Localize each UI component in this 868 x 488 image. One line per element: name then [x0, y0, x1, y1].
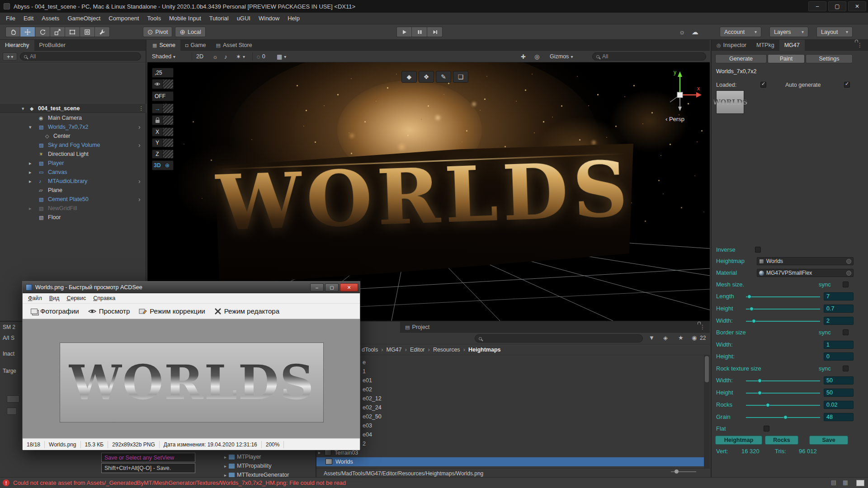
- asset-row[interactable]: e02_24: [316, 403, 704, 412]
- step-button[interactable]: [427, 27, 443, 37]
- breadcrumb-item[interactable]: MG47: [386, 347, 401, 353]
- object-name-field[interactable]: Worlds_7x0,7x2: [716, 67, 756, 76]
- maximize-button[interactable]: ▢: [828, 1, 846, 11]
- close-button[interactable]: ✕: [340, 283, 358, 291]
- custom-tool-button[interactable]: [95, 27, 110, 37]
- scene-tools-icon[interactable]: ✚: [519, 52, 528, 61]
- length-value-field[interactable]: 7: [824, 292, 854, 300]
- acdsee-titlebar[interactable]: Worlds.png - Быстрый просмотр ACDSee – ▢…: [23, 282, 360, 293]
- panel-menu-icon[interactable]: ⋮: [857, 42, 863, 48]
- rocks-value-field[interactable]: 0.02: [824, 401, 854, 409]
- flat-checkbox[interactable]: [764, 426, 769, 432]
- border-width-value-field[interactable]: 1: [824, 341, 854, 349]
- rect-tool-button[interactable]: [65, 27, 80, 37]
- grain-value-field[interactable]: 48: [824, 413, 854, 421]
- account-dropdown[interactable]: Account▾: [720, 27, 761, 37]
- object-picker-icon[interactable]: [846, 259, 851, 264]
- menu-component[interactable]: Component: [104, 13, 143, 24]
- width-slider[interactable]: [746, 321, 820, 322]
- hierarchy-item-newgridfill[interactable]: ▸ ▧ NewGridFill: [0, 204, 146, 213]
- asset-row[interactable]: 1: [316, 367, 704, 376]
- minimize-button[interactable]: –: [808, 1, 826, 11]
- asset-row[interactable]: 2: [316, 439, 704, 448]
- cloud-collab-icon[interactable]: ☁: [692, 28, 698, 36]
- layers-dropdown[interactable]: Layers▾: [769, 27, 808, 37]
- shortcut-hint-row[interactable]: Shift+Ctrl+Alt[Q-O] - Save.: [101, 463, 195, 473]
- activity-icon[interactable]: ▦: [843, 479, 848, 486]
- scene-options-icon[interactable]: ⋮: [138, 104, 144, 113]
- menu-tools[interactable]: Tools: [143, 13, 165, 24]
- 2d-toggle[interactable]: 2D: [194, 52, 205, 61]
- hierarchy-item-worlds[interactable]: ▾ ▧ Worlds_7x0,7x2 ›: [0, 122, 146, 131]
- breadcrumb-item[interactable]: Resources: [433, 347, 460, 353]
- overlay-visibility-toggle[interactable]: [152, 79, 174, 89]
- menu-tutorial[interactable]: Tutorial: [205, 13, 233, 24]
- hierarchy-search-input[interactable]: All: [20, 52, 141, 61]
- overlay-3d-toggle[interactable]: 3D⊕: [152, 160, 174, 170]
- prefab-open-chevron[interactable]: ›: [138, 141, 141, 150]
- rock-height-slider[interactable]: [746, 393, 820, 394]
- scene-lighting-toggle[interactable]: ☼: [211, 52, 220, 61]
- import-icon[interactable]: ▼: [649, 334, 655, 341]
- breadcrumb-current[interactable]: Heightmaps: [468, 347, 501, 353]
- rocks-action-button[interactable]: Rocks: [765, 436, 798, 445]
- overlay-axis-y-toggle[interactable]: Y: [152, 138, 174, 147]
- collapsed-arrow-icon[interactable]: ▸: [29, 204, 32, 213]
- save-action-button[interactable]: Save: [809, 436, 848, 445]
- overlay-value-field[interactable]: ,25: [152, 68, 174, 78]
- tree-item-mtplayer[interactable]: ▸MTPlayer: [224, 454, 261, 460]
- overlay-axis-x-toggle[interactable]: X: [152, 127, 174, 136]
- mini-button[interactable]: [7, 408, 17, 415]
- rock-sync-checkbox[interactable]: [843, 366, 849, 371]
- create-object-button[interactable]: +▾: [3, 52, 17, 61]
- scene-header-row[interactable]: ▾ ◆ 004_test_scene ⋮: [0, 104, 146, 113]
- photos-mode-button[interactable]: Фотографии: [27, 305, 83, 318]
- tab-game[interactable]: ◘Game: [180, 40, 211, 51]
- error-icon[interactable]: !: [3, 479, 9, 486]
- tab-inspector[interactable]: ◎Inspector: [712, 40, 751, 51]
- rock-width-value-field[interactable]: 50: [824, 376, 854, 385]
- view-mode-button[interactable]: Просмотр: [85, 305, 134, 318]
- hidden-objects-counter[interactable]: ◌0: [255, 52, 267, 61]
- setview-hint-row[interactable]: Save or Select any SetView: [101, 453, 195, 462]
- close-button[interactable]: ✕: [848, 1, 866, 11]
- hierarchy-item-mtaudiolibrary[interactable]: ▸ ♪ MTAudioLibrary ›: [0, 177, 146, 186]
- console-error-message[interactable]: Could not create asset from Assets/_Gene…: [13, 479, 346, 486]
- tab-mg47[interactable]: MG47: [779, 40, 805, 51]
- rotate-tool-button[interactable]: [35, 27, 50, 37]
- acdsee-image-area[interactable]: WORLDS: [23, 319, 360, 438]
- paint-button[interactable]: Paint: [768, 54, 805, 63]
- menu-window[interactable]: Window: [255, 13, 283, 24]
- hierarchy-item-center[interactable]: ◇ Center: [0, 131, 146, 141]
- overlay-axis-z-toggle[interactable]: Z: [152, 150, 174, 159]
- border-sync-checkbox[interactable]: [843, 329, 849, 335]
- asset-row[interactable]: e03: [316, 421, 704, 430]
- rock-width-slider[interactable]: [746, 380, 820, 381]
- asset-row[interactable]: e02_50: [316, 412, 704, 421]
- overlay-shape-tool-button[interactable]: ◆: [401, 71, 417, 83]
- hierarchy-item-directional-light[interactable]: ☀ Directional Light: [0, 150, 146, 159]
- play-button[interactable]: [396, 27, 412, 37]
- asset-row[interactable]: e: [316, 358, 704, 367]
- heightmap-action-button[interactable]: Heightmap: [715, 436, 762, 445]
- collapsed-arrow-icon[interactable]: ▸: [29, 168, 32, 177]
- asset-row-terrain[interactable]: ▸ Terrain03: [316, 448, 704, 457]
- gizmos-dropdown[interactable]: Gizmos▾: [548, 52, 575, 61]
- generate-button[interactable]: Generate: [715, 54, 767, 63]
- label-icon[interactable]: ◈: [663, 334, 668, 341]
- overlay-off-toggle[interactable]: OFF: [152, 91, 174, 101]
- project-scrollbar[interactable]: [704, 355, 710, 468]
- scene-effects-dropdown[interactable]: ✶▾: [234, 52, 247, 61]
- auto-generate-checkbox[interactable]: [844, 82, 850, 88]
- hierarchy-item-player[interactable]: ▸ ▧ Player: [0, 159, 146, 168]
- expand-arrow-icon[interactable]: ▾: [29, 122, 32, 131]
- overlay-move-toggle[interactable]: →: [152, 103, 174, 113]
- hand-tool-button[interactable]: [5, 27, 20, 37]
- grid-visibility-dropdown[interactable]: ▦▾: [275, 52, 288, 61]
- scale-tool-button[interactable]: [50, 27, 65, 37]
- pause-button[interactable]: [412, 27, 427, 37]
- maximize-button[interactable]: ▢: [325, 283, 339, 291]
- panel-menu-icon[interactable]: ⋮: [700, 324, 706, 330]
- asset-row-selected[interactable]: Worlds: [316, 457, 704, 466]
- menu-edit[interactable]: Edit: [19, 13, 38, 24]
